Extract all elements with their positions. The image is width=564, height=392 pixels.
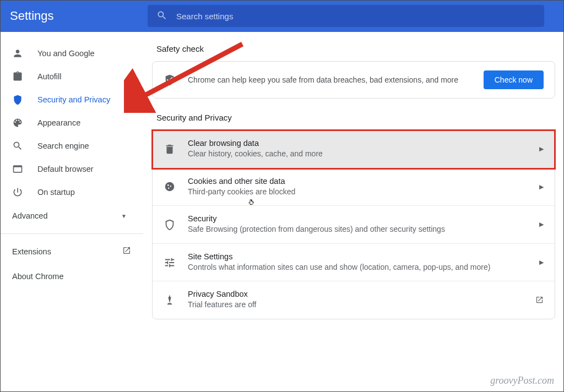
sidebar-advanced-toggle[interactable]: Advanced ▼ [0,204,143,228]
search-settings-box[interactable] [148,5,544,27]
divider [0,233,143,234]
sidebar-item-you-and-google[interactable]: You and Google [0,42,140,65]
advanced-label: Advanced [12,211,48,220]
row-site-settings[interactable]: Site Settings Controls what information … [153,244,555,282]
header-bar: Settings [0,0,564,32]
row-title: Site Settings [188,252,534,261]
external-link-icon [122,246,131,257]
chevron-right-icon: ▶ [539,221,544,228]
row-subtitle: Clear history, cookies, cache, and more [188,149,534,160]
row-title: Security [188,214,534,223]
cookie-icon [164,181,176,193]
chevron-right-icon: ▶ [539,145,544,153]
shield-icon [12,94,23,105]
row-subtitle: Third-party cookies are blocked [188,187,534,198]
security-privacy-list: Clear browsing data Clear history, cooki… [152,130,555,319]
row-title: Privacy Sandbox [188,290,530,298]
sidebar-item-security-and-privacy[interactable]: Security and Privacy [0,88,140,111]
svg-point-2 [170,186,171,187]
safety-check-card: Chrome can help keep you safe from data … [152,61,555,99]
chevron-down-icon: ▼ [121,213,127,219]
sidebar-item-appearance[interactable]: Appearance [0,111,140,134]
safety-check-text: Chrome can help keep you safe from data … [188,74,484,86]
svg-point-3 [168,188,169,189]
sidebar-item-label: Autofill [37,72,62,81]
sidebar-item-search-engine[interactable]: Search engine [0,134,140,157]
about-label: About Chrome [12,272,64,281]
sidebar-item-autofill[interactable]: Autofill [0,65,140,88]
row-title: Clear browsing data [188,139,534,148]
row-subtitle: Trial features are off [188,300,530,311]
row-subtitle: Safe Browsing (protection from dangerous… [188,224,534,235]
svg-point-1 [167,184,169,186]
tune-icon [164,257,176,269]
verified-shield-icon [164,74,176,86]
sidebar-item-on-startup[interactable]: On startup [0,181,140,204]
extensions-label: Extensions [12,247,51,256]
chevron-right-icon: ▶ [539,183,544,190]
sidebar: You and Google Autofill Security and Pri… [0,32,143,392]
power-icon [12,187,23,198]
sidebar-item-label: Appearance [37,118,80,127]
row-security[interactable]: Security Safe Browsing (protection from … [153,206,555,244]
external-link-icon [535,296,544,305]
sidebar-item-label: Default browser [37,165,94,173]
security-privacy-heading: Security and Privacy [156,113,555,122]
svg-point-0 [165,182,175,192]
main-content: Safety check Chrome can help keep you sa… [143,32,564,392]
sidebar-about-chrome[interactable]: About Chrome [0,264,143,288]
safety-check-heading: Safety check [156,44,555,53]
sidebar-item-label: On startup [37,188,75,197]
search-icon [12,140,23,151]
row-cookies[interactable]: Cookies and other site data Third-party … [153,168,555,206]
search-icon [156,10,167,23]
flask-icon [164,294,176,306]
person-icon [12,48,23,59]
check-now-button[interactable]: Check now [484,70,544,89]
sidebar-item-label: You and Google [37,49,94,58]
sidebar-item-label: Security and Privacy [37,95,110,104]
shield-outline-icon [164,219,176,231]
trash-icon [164,143,176,155]
sidebar-item-default-browser[interactable]: Default browser [0,157,140,181]
chevron-right-icon: ▶ [539,259,544,266]
sidebar-extensions[interactable]: Extensions [0,238,143,264]
search-input[interactable] [176,12,535,21]
sidebar-item-label: Search engine [37,141,89,150]
browser-icon [12,164,23,175]
row-title: Cookies and other site data [188,177,534,186]
palette-icon [12,117,23,128]
clipboard-icon [12,71,23,82]
row-clear-browsing-data[interactable]: Clear browsing data Clear history, cooki… [153,130,555,168]
row-subtitle: Controls what information sites can use … [188,262,534,273]
row-privacy-sandbox[interactable]: Privacy Sandbox Trial features are off [153,281,555,319]
page-title: Settings [10,9,148,23]
